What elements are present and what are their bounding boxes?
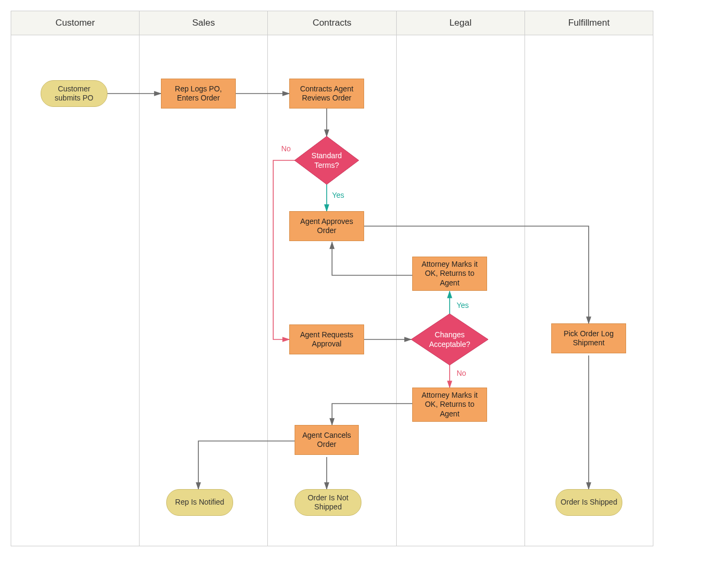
- node-agent-requests: Agent Requests Approval: [289, 324, 364, 354]
- lane-header-sales: Sales: [140, 11, 268, 35]
- node-agent-approves: Agent Approves Order: [289, 211, 364, 241]
- edge-label-no-1: No: [281, 144, 291, 153]
- svg-marker-0: [295, 136, 359, 184]
- node-customer-submits: Customer submits PO: [41, 80, 107, 107]
- node-rep-logs: Rep Logs PO, Enters Order: [161, 79, 236, 109]
- arrows-layer: [11, 35, 653, 546]
- node-rep-notified: Rep Is Notified: [166, 489, 233, 516]
- edge-label-no-2: No: [457, 369, 466, 377]
- svg-marker-1: [411, 314, 488, 365]
- lane-header-contracts: Contracts: [268, 11, 396, 35]
- node-contracts-review: Contracts Agent Reviews Order: [289, 79, 364, 109]
- node-order-shipped: Order Is Shipped: [556, 489, 622, 516]
- node-attorney-ok-yes: Attorney Marks it OK, Returns to Agent: [412, 257, 487, 291]
- node-order-not-shipped: Order Is Not Shipped: [295, 489, 361, 516]
- lane-header-customer: Customer: [11, 11, 140, 35]
- lane-header-legal: Legal: [397, 11, 525, 35]
- edge-label-yes-1: Yes: [332, 191, 344, 199]
- node-attorney-ok-no: Attorney Marks it OK, Returns to Agent: [412, 388, 487, 422]
- node-pick-order: Pick Order Log Shipment: [551, 323, 626, 353]
- diagram-canvas: Customer submits PO Rep Logs PO, Enters …: [11, 35, 653, 546]
- lane-header-fulfillment: Fulfillment: [525, 11, 653, 35]
- node-agent-cancels: Agent Cancels Order: [295, 425, 359, 455]
- swimlane-diagram: Customer Sales Contracts Legal Fulfillme…: [11, 11, 653, 546]
- edge-label-yes-2: Yes: [457, 301, 469, 310]
- lane-headers: Customer Sales Contracts Legal Fulfillme…: [11, 11, 653, 35]
